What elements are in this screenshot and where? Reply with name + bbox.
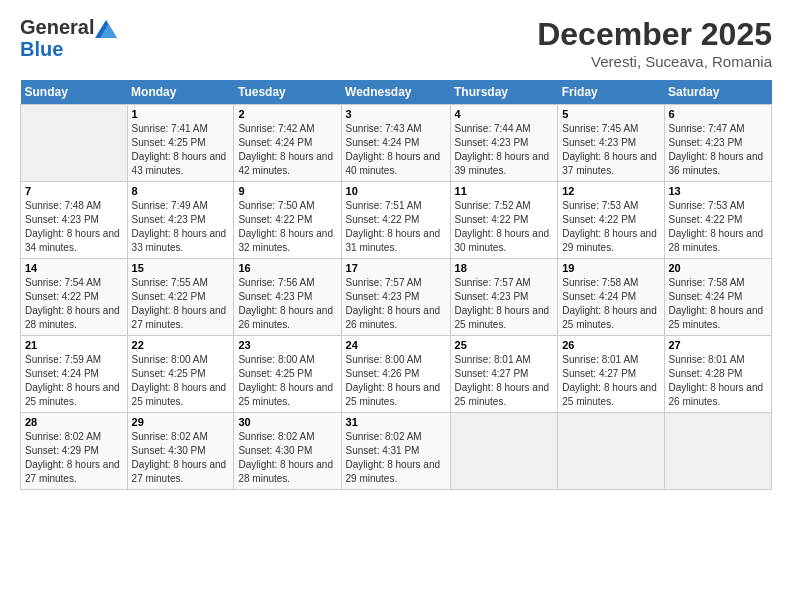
day-number: 2 xyxy=(238,108,336,120)
cell-info: Sunrise: 7:58 AMSunset: 4:24 PMDaylight:… xyxy=(562,276,659,332)
calendar-week-row: 1Sunrise: 7:41 AMSunset: 4:25 PMDaylight… xyxy=(21,105,772,182)
day-number: 17 xyxy=(346,262,446,274)
calendar-day-cell: 8Sunrise: 7:49 AMSunset: 4:23 PMDaylight… xyxy=(127,182,234,259)
calendar-day-cell: 6Sunrise: 7:47 AMSunset: 4:23 PMDaylight… xyxy=(664,105,772,182)
cell-info: Sunrise: 7:42 AMSunset: 4:24 PMDaylight:… xyxy=(238,122,336,178)
cell-info: Sunrise: 8:02 AMSunset: 4:31 PMDaylight:… xyxy=(346,430,446,486)
calendar-day-cell: 30Sunrise: 8:02 AMSunset: 4:30 PMDayligh… xyxy=(234,413,341,490)
calendar-day-cell: 17Sunrise: 7:57 AMSunset: 4:23 PMDayligh… xyxy=(341,259,450,336)
cell-info: Sunrise: 7:41 AMSunset: 4:25 PMDaylight:… xyxy=(132,122,230,178)
calendar-header-cell: Sunday xyxy=(21,80,128,105)
cell-info: Sunrise: 7:57 AMSunset: 4:23 PMDaylight:… xyxy=(455,276,554,332)
day-number: 26 xyxy=(562,339,659,351)
day-number: 31 xyxy=(346,416,446,428)
day-number: 15 xyxy=(132,262,230,274)
cell-info: Sunrise: 7:48 AMSunset: 4:23 PMDaylight:… xyxy=(25,199,123,255)
calendar-day-cell: 16Sunrise: 7:56 AMSunset: 4:23 PMDayligh… xyxy=(234,259,341,336)
calendar-week-row: 7Sunrise: 7:48 AMSunset: 4:23 PMDaylight… xyxy=(21,182,772,259)
day-number: 13 xyxy=(669,185,768,197)
calendar-day-cell: 2Sunrise: 7:42 AMSunset: 4:24 PMDaylight… xyxy=(234,105,341,182)
day-number: 7 xyxy=(25,185,123,197)
day-number: 19 xyxy=(562,262,659,274)
calendar-day-cell: 14Sunrise: 7:54 AMSunset: 4:22 PMDayligh… xyxy=(21,259,128,336)
logo-text: General xyxy=(20,16,117,38)
calendar-day-cell: 13Sunrise: 7:53 AMSunset: 4:22 PMDayligh… xyxy=(664,182,772,259)
cell-info: Sunrise: 7:44 AMSunset: 4:23 PMDaylight:… xyxy=(455,122,554,178)
day-number: 29 xyxy=(132,416,230,428)
day-number: 6 xyxy=(669,108,768,120)
calendar-day-cell: 18Sunrise: 7:57 AMSunset: 4:23 PMDayligh… xyxy=(450,259,558,336)
calendar-day-cell: 22Sunrise: 8:00 AMSunset: 4:25 PMDayligh… xyxy=(127,336,234,413)
cell-info: Sunrise: 7:53 AMSunset: 4:22 PMDaylight:… xyxy=(669,199,768,255)
calendar-week-row: 21Sunrise: 7:59 AMSunset: 4:24 PMDayligh… xyxy=(21,336,772,413)
cell-info: Sunrise: 7:51 AMSunset: 4:22 PMDaylight:… xyxy=(346,199,446,255)
calendar-header-cell: Thursday xyxy=(450,80,558,105)
logo: General Blue xyxy=(20,16,117,60)
calendar-day-cell: 4Sunrise: 7:44 AMSunset: 4:23 PMDaylight… xyxy=(450,105,558,182)
calendar-day-cell: 5Sunrise: 7:45 AMSunset: 4:23 PMDaylight… xyxy=(558,105,664,182)
main-title: December 2025 xyxy=(537,16,772,53)
day-number: 25 xyxy=(455,339,554,351)
logo-blue: Blue xyxy=(20,38,117,60)
cell-info: Sunrise: 7:57 AMSunset: 4:23 PMDaylight:… xyxy=(346,276,446,332)
cell-info: Sunrise: 8:02 AMSunset: 4:30 PMDaylight:… xyxy=(238,430,336,486)
day-number: 28 xyxy=(25,416,123,428)
cell-info: Sunrise: 8:00 AMSunset: 4:25 PMDaylight:… xyxy=(132,353,230,409)
calendar-day-cell: 28Sunrise: 8:02 AMSunset: 4:29 PMDayligh… xyxy=(21,413,128,490)
calendar-day-cell: 21Sunrise: 7:59 AMSunset: 4:24 PMDayligh… xyxy=(21,336,128,413)
calendar-day-cell: 3Sunrise: 7:43 AMSunset: 4:24 PMDaylight… xyxy=(341,105,450,182)
day-number: 14 xyxy=(25,262,123,274)
cell-info: Sunrise: 7:50 AMSunset: 4:22 PMDaylight:… xyxy=(238,199,336,255)
calendar-header-row: SundayMondayTuesdayWednesdayThursdayFrid… xyxy=(21,80,772,105)
calendar-day-cell: 1Sunrise: 7:41 AMSunset: 4:25 PMDaylight… xyxy=(127,105,234,182)
calendar-header-cell: Monday xyxy=(127,80,234,105)
day-number: 22 xyxy=(132,339,230,351)
day-number: 9 xyxy=(238,185,336,197)
cell-info: Sunrise: 7:56 AMSunset: 4:23 PMDaylight:… xyxy=(238,276,336,332)
cell-info: Sunrise: 7:59 AMSunset: 4:24 PMDaylight:… xyxy=(25,353,123,409)
day-number: 30 xyxy=(238,416,336,428)
calendar-day-cell: 19Sunrise: 7:58 AMSunset: 4:24 PMDayligh… xyxy=(558,259,664,336)
day-number: 27 xyxy=(669,339,768,351)
calendar-day-cell: 7Sunrise: 7:48 AMSunset: 4:23 PMDaylight… xyxy=(21,182,128,259)
cell-info: Sunrise: 8:00 AMSunset: 4:26 PMDaylight:… xyxy=(346,353,446,409)
cell-info: Sunrise: 8:02 AMSunset: 4:29 PMDaylight:… xyxy=(25,430,123,486)
calendar-day-cell: 29Sunrise: 8:02 AMSunset: 4:30 PMDayligh… xyxy=(127,413,234,490)
calendar-day-cell: 11Sunrise: 7:52 AMSunset: 4:22 PMDayligh… xyxy=(450,182,558,259)
cell-info: Sunrise: 7:49 AMSunset: 4:23 PMDaylight:… xyxy=(132,199,230,255)
cell-info: Sunrise: 7:52 AMSunset: 4:22 PMDaylight:… xyxy=(455,199,554,255)
calendar-day-cell: 12Sunrise: 7:53 AMSunset: 4:22 PMDayligh… xyxy=(558,182,664,259)
cell-info: Sunrise: 7:45 AMSunset: 4:23 PMDaylight:… xyxy=(562,122,659,178)
calendar-day-cell: 27Sunrise: 8:01 AMSunset: 4:28 PMDayligh… xyxy=(664,336,772,413)
logo-icon xyxy=(95,20,117,38)
day-number: 16 xyxy=(238,262,336,274)
calendar-week-row: 28Sunrise: 8:02 AMSunset: 4:29 PMDayligh… xyxy=(21,413,772,490)
day-number: 20 xyxy=(669,262,768,274)
day-number: 8 xyxy=(132,185,230,197)
day-number: 11 xyxy=(455,185,554,197)
subtitle: Veresti, Suceava, Romania xyxy=(537,53,772,70)
cell-info: Sunrise: 8:01 AMSunset: 4:28 PMDaylight:… xyxy=(669,353,768,409)
day-number: 18 xyxy=(455,262,554,274)
day-number: 5 xyxy=(562,108,659,120)
calendar-day-cell: 24Sunrise: 8:00 AMSunset: 4:26 PMDayligh… xyxy=(341,336,450,413)
calendar-day-cell: 23Sunrise: 8:00 AMSunset: 4:25 PMDayligh… xyxy=(234,336,341,413)
calendar-header-cell: Tuesday xyxy=(234,80,341,105)
calendar-header-cell: Saturday xyxy=(664,80,772,105)
calendar-header-cell: Friday xyxy=(558,80,664,105)
cell-info: Sunrise: 7:53 AMSunset: 4:22 PMDaylight:… xyxy=(562,199,659,255)
day-number: 1 xyxy=(132,108,230,120)
cell-info: Sunrise: 7:58 AMSunset: 4:24 PMDaylight:… xyxy=(669,276,768,332)
calendar-table: SundayMondayTuesdayWednesdayThursdayFrid… xyxy=(20,80,772,490)
cell-info: Sunrise: 7:55 AMSunset: 4:22 PMDaylight:… xyxy=(132,276,230,332)
day-number: 23 xyxy=(238,339,336,351)
calendar-day-cell: 26Sunrise: 8:01 AMSunset: 4:27 PMDayligh… xyxy=(558,336,664,413)
calendar-day-cell xyxy=(558,413,664,490)
calendar-week-row: 14Sunrise: 7:54 AMSunset: 4:22 PMDayligh… xyxy=(21,259,772,336)
cell-info: Sunrise: 8:02 AMSunset: 4:30 PMDaylight:… xyxy=(132,430,230,486)
cell-info: Sunrise: 8:01 AMSunset: 4:27 PMDaylight:… xyxy=(455,353,554,409)
calendar-day-cell: 9Sunrise: 7:50 AMSunset: 4:22 PMDaylight… xyxy=(234,182,341,259)
calendar-day-cell: 20Sunrise: 7:58 AMSunset: 4:24 PMDayligh… xyxy=(664,259,772,336)
day-number: 10 xyxy=(346,185,446,197)
calendar-header-cell: Wednesday xyxy=(341,80,450,105)
